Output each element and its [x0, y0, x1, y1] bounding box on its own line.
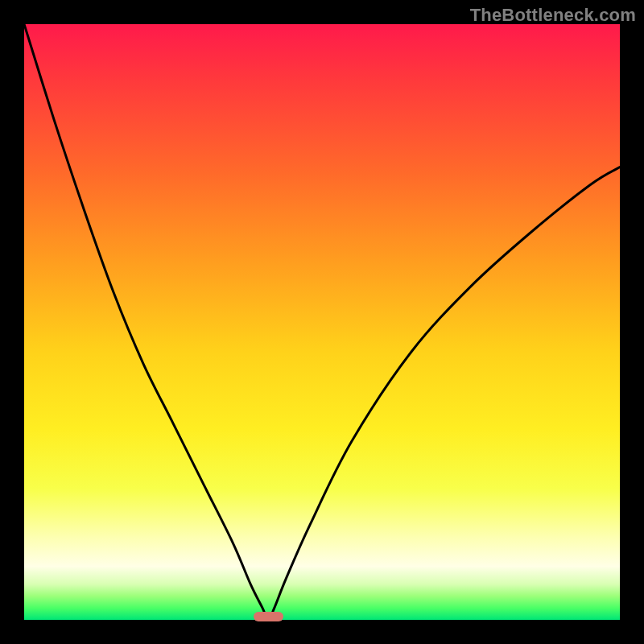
watermark-text: TheBottleneck.com: [470, 5, 636, 26]
plot-area: [24, 24, 620, 620]
bottleneck-curve: [24, 24, 620, 620]
curve-svg: [24, 24, 620, 620]
chart-root: TheBottleneck.com: [0, 0, 644, 644]
minimum-marker: [254, 612, 283, 621]
